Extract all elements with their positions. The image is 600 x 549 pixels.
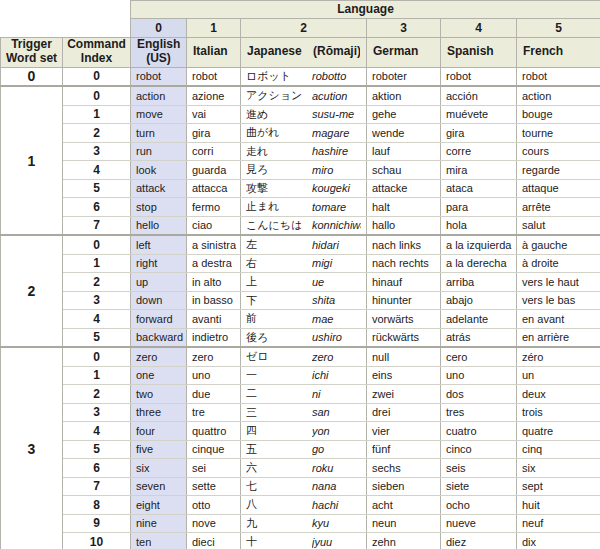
word-cell-german: hallo [367,216,441,235]
word-cell-japanese-romaji: 三san [241,403,367,422]
command-index-cell: 6 [63,198,131,217]
word-cell-spanish: mira [441,161,517,180]
command-index-cell: 1 [63,366,131,385]
word-cell-english: two [131,385,187,404]
table-row: 1oneuno一ichieinsunoun [1,366,600,385]
word-cell-italian: quattro [187,422,241,441]
word-cell-japanese-romaji: 十jyuu [241,533,367,549]
language-band-label: Language [131,1,600,19]
word-cell-italian: a sinistra [187,235,241,254]
word-cell-spanish: abajo [441,291,517,310]
japanese-romaji-header: Japanese (Rōmaji) [241,37,367,67]
word-cell-german: fünf [367,440,441,459]
romaji-word: ni [312,388,361,400]
japanese-word: 止まれ [246,199,312,214]
word-cell-english: five [131,440,187,459]
word-cell-german: halt [367,198,441,217]
table-row: 4fourquattro四yonviercuatroquatre [1,422,600,441]
word-cell-italian: gira [187,124,241,143]
command-index-cell: 5 [63,440,131,459]
word-cell-spanish: nueve [441,514,517,533]
romaji-word: yon [312,425,361,437]
word-cell-english: right [131,254,187,273]
table-row: 30zerozeroゼロzeronullcerozéro [1,347,600,366]
table-body: 00robotrobotロボットrobottoroboterrobotrobot… [1,67,600,549]
japanese-word: 走れ [246,144,312,159]
romaji-word: susu-me [312,108,361,120]
command-index-cell: 0 [63,67,131,86]
german-header: German [367,37,441,67]
word-cell-italian: fermo [187,198,241,217]
word-cell-english: up [131,273,187,292]
command-index-cell: 1 [63,105,131,124]
romaji-word: konnichiwa [312,219,361,231]
table-row: 4lookguarda見ろmiroschaumiraregarde [1,161,600,180]
column-index-row: 0 1 2 3 4 5 [1,18,600,37]
japanese-word: 七 [246,479,312,494]
word-cell-english: backward [131,328,187,347]
romaji-word: tomare [312,201,361,213]
command-index-cell: 2 [63,124,131,143]
table-row: 5backwardindietro後ろushirorückwärtsatráse… [1,328,600,347]
word-cell-german: schau [367,161,441,180]
index-spanish: 4 [441,18,517,37]
word-cell-french: six [517,459,600,478]
word-cell-english: hello [131,216,187,235]
command-index-cell: 4 [63,161,131,180]
romaji-word: migi [312,257,361,269]
command-index-cell: 2 [63,273,131,292]
word-cell-english: attack [131,179,187,198]
japanese-word: 攻撃 [246,181,312,196]
romaji-word: acution [312,90,361,102]
word-cell-english: robot [131,67,187,86]
index-german: 3 [367,18,441,37]
index-italian: 1 [187,18,241,37]
word-cell-german: acht [367,496,441,515]
word-cell-spanish: cero [441,347,517,366]
table-row: 7sevensette七nanasiebensietesept [1,477,600,496]
word-cell-spanish: cinco [441,440,517,459]
japanese-word: 右 [246,256,312,271]
word-cell-italian: corri [187,142,241,161]
language-band-row: Language [1,1,600,19]
wordset-table: Language 0 1 2 3 4 5 Trigger Word set Co… [0,0,600,549]
index-english: 0 [131,18,187,37]
table-row: 2twodue二nizweidosdeux [1,385,600,404]
english-header: English (US) [131,37,187,67]
word-cell-italian: indietro [187,328,241,347]
word-cell-spanish: arriba [441,273,517,292]
japanese-header-label: Japanese [247,45,313,59]
word-cell-japanese-romaji: 見ろmiro [241,161,367,180]
japanese-word: ゼロ [246,349,312,364]
word-cell-french: bouge [517,105,600,124]
japanese-word: 六 [246,460,312,475]
command-index-cell: 3 [63,291,131,310]
word-cell-italian: in alto [187,273,241,292]
word-cell-japanese-romaji: 止まれtomare [241,198,367,217]
word-cell-italian: robot [187,67,241,86]
word-cell-english: forward [131,310,187,329]
word-cell-german: nach rechts [367,254,441,273]
word-cell-english: down [131,291,187,310]
word-cell-french: dix [517,533,600,549]
romaji-word: zero [312,351,361,363]
command-index-cell: 0 [63,347,131,366]
word-cell-italian: zero [187,347,241,366]
word-cell-japanese-romaji: 曲がれmagare [241,124,367,143]
word-cell-german: sechs [367,459,441,478]
word-cell-english: nine [131,514,187,533]
table-row: 3downin basso下shitahinunterabajovers le … [1,291,600,310]
word-cell-english: one [131,366,187,385]
romaji-word: san [312,406,361,418]
word-cell-italian: sei [187,459,241,478]
word-cell-german: zehn [367,533,441,549]
word-cell-japanese-romaji: 進めsusu-me [241,105,367,124]
word-cell-french: quatre [517,422,600,441]
table-row: 5fivecinque五gofünfcincocinq [1,440,600,459]
table-row: 6stopfermo止まれtomarehaltparaarrête [1,198,600,217]
table-row: 2upin alto上uehinaufarribavers le haut [1,273,600,292]
word-cell-english: ten [131,533,187,549]
word-cell-spanish: ocho [441,496,517,515]
command-index-cell: 5 [63,328,131,347]
command-index-cell: 4 [63,310,131,329]
